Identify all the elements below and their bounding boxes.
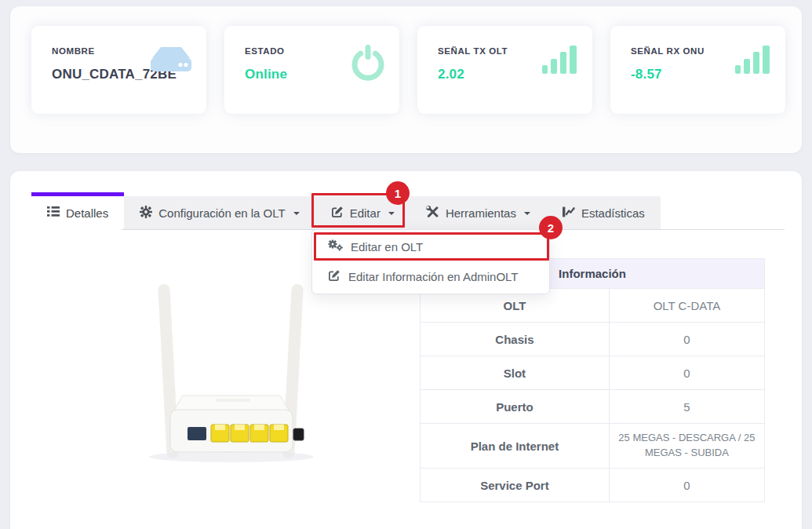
tab-label: Herramientas	[446, 206, 516, 220]
tab-editar[interactable]: Editar	[315, 196, 410, 229]
tab-detalles[interactable]: Detalles	[31, 196, 124, 229]
menu-item-label: Editar en OLT	[351, 240, 423, 254]
chart-line-icon	[562, 206, 575, 221]
tab-herramientas[interactable]: Herramientas	[410, 196, 546, 229]
edit-icon	[331, 206, 344, 221]
tab-bar: Detalles Configuración en la	[31, 196, 661, 229]
row-label: Slot	[421, 356, 610, 389]
tab-divider-gap	[31, 229, 122, 230]
stat-card-nombre: NOMBRE ONU_CDATA_72BE	[31, 26, 206, 114]
row-label: Plan de Internet	[421, 424, 610, 468]
menu-item-editar-en-olt[interactable]: Editar en OLT	[312, 232, 549, 261]
stat-label: ESTADO	[245, 46, 285, 56]
row-value: 0	[610, 323, 764, 356]
signal-bars-icon	[542, 43, 580, 81]
table-row-puerto: Puerto 5	[421, 390, 764, 424]
table-row-slot: Slot 0	[421, 356, 764, 390]
row-value: 5	[610, 390, 764, 423]
edit-icon	[328, 269, 340, 284]
editar-dropdown-menu: Editar en OLT Editar Información en Admi…	[311, 229, 550, 294]
menu-item-label: Editar Información en AdminOLT	[348, 270, 519, 283]
stat-label: NOMBRE	[52, 46, 95, 56]
tab-label: Configuración en la OLT	[158, 206, 285, 220]
row-value: 0	[610, 469, 764, 502]
list-icon	[47, 206, 60, 220]
cogs-icon	[328, 239, 343, 254]
chevron-down-icon	[388, 212, 395, 215]
onu-router-image	[122, 281, 341, 472]
stat-card-senal-rx: SEÑAL RX ONU -8.57	[610, 26, 785, 114]
gear-icon	[140, 206, 152, 221]
tab-configuracion-olt[interactable]: Configuración en la OLT	[124, 196, 315, 229]
row-value: 25 MEGAS - DESCARGA / 25 MEGAS - SUBIDA	[610, 424, 764, 468]
summary-panel: NOMBRE ONU_CDATA_72BE ESTADO Online SEÑA…	[10, 6, 802, 153]
info-table: Información OLT OLT C-DATA Chasis 0 Slot…	[420, 258, 765, 502]
table-row-plan-internet: Plan de Internet 25 MEGAS - DESCARGA / 2…	[421, 424, 764, 469]
menu-item-editar-informacion-adminolt[interactable]: Editar Información en AdminOLT	[312, 261, 549, 291]
stat-card-estado: ESTADO Online	[224, 26, 399, 114]
row-label: Service Port	[421, 469, 610, 502]
chevron-down-icon	[524, 212, 530, 215]
tab-label: Detalles	[66, 206, 108, 220]
stat-value: 2.02	[438, 67, 464, 82]
row-value: OLT C-DATA	[610, 289, 764, 322]
router-icon	[148, 43, 194, 82]
stat-card-senal-tx: SEÑAL TX OLT 2.02	[417, 26, 592, 114]
stat-label: SEÑAL TX OLT	[438, 46, 508, 56]
table-row-service-port: Service Port 0	[421, 469, 764, 502]
tab-label: Editar	[350, 206, 381, 220]
tab-label: Estadísticas	[581, 206, 645, 220]
row-label: Chasis	[421, 323, 610, 356]
tools-icon	[426, 206, 439, 221]
table-row-chasis: Chasis 0	[421, 323, 764, 356]
chevron-down-icon	[293, 212, 300, 215]
stat-value: Online	[245, 67, 287, 82]
stat-value: -8.57	[631, 67, 662, 82]
row-label: Puerto	[421, 390, 610, 423]
power-icon	[349, 43, 387, 86]
row-value: 0	[610, 356, 764, 389]
signal-bars-icon	[735, 43, 773, 81]
tab-estadisticas[interactable]: Estadísticas	[546, 196, 661, 229]
stat-label: SEÑAL RX ONU	[631, 46, 705, 56]
